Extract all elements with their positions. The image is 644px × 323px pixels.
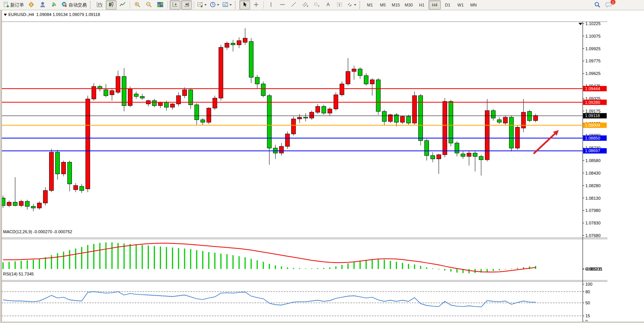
macd-histogram-bar	[220, 254, 222, 269]
timeframe-m5-button[interactable]: M5	[377, 0, 389, 10]
timeframe-d1-button[interactable]: D1	[442, 0, 454, 10]
timeframe-w1-button[interactable]: W1	[454, 0, 467, 10]
macd-histogram-bar	[263, 262, 264, 269]
chart-header: EURUSD-,H4 1.09084 1.09134 1.09079 1.091…	[4, 12, 100, 17]
candle-body	[267, 95, 271, 148]
toolbar-separator	[130, 1, 130, 9]
search-button[interactable]	[592, 0, 603, 10]
crosshair-icon	[253, 2, 259, 8]
candle-body	[243, 38, 247, 42]
macd-histogram-bar	[178, 248, 179, 269]
candle-body	[31, 206, 35, 208]
horizontal-line-button[interactable]	[277, 0, 288, 10]
svg-text:50: 50	[585, 301, 590, 305]
macd-histogram-bar	[154, 246, 155, 269]
trendline-button[interactable]	[289, 0, 299, 10]
candle-body	[334, 95, 338, 109]
timeframe-m30-button[interactable]: M30	[403, 0, 415, 10]
svg-text:1.08697: 1.08697	[585, 148, 600, 153]
fibonacci-button[interactable]: F	[311, 0, 322, 10]
macd-histogram-bar	[317, 268, 318, 269]
macd-histogram-bar	[135, 245, 137, 269]
macd-histogram-bar	[14, 261, 16, 269]
cursor-button[interactable]	[239, 0, 250, 10]
chart-ohlc-values: 1.09084 1.09134 1.09079 1.09118	[36, 12, 100, 17]
window-bottom-edge	[0, 321, 644, 323]
candle-body	[225, 43, 229, 47]
zoom-in-button[interactable]	[132, 0, 143, 10]
svg-text:1.09175: 1.09175	[585, 109, 601, 113]
auto-trading-button[interactable]: 自动交易	[60, 0, 88, 10]
signal-button[interactable]	[49, 0, 59, 10]
candle-body	[194, 105, 199, 119]
timeframe-m1-button[interactable]: M1	[364, 0, 376, 10]
macd-histogram-bar	[45, 257, 46, 269]
candle-body	[128, 89, 132, 106]
timeframe-h1-button[interactable]: H1	[416, 0, 428, 10]
macd-histogram-bar	[57, 253, 58, 269]
candle-body	[461, 154, 465, 157]
text-label-icon: T	[336, 2, 343, 8]
macd-histogram-bar	[378, 259, 379, 269]
shift-chart-button[interactable]	[170, 0, 180, 10]
vertical-line-button[interactable]	[266, 0, 276, 10]
search-icon	[594, 2, 601, 9]
candle-body	[309, 112, 314, 118]
text-label-button[interactable]: T	[334, 0, 345, 10]
tile-windows-button[interactable]	[155, 0, 166, 10]
svg-text:1.08580: 1.08580	[585, 158, 601, 163]
timeframe-h4-button[interactable]: H4	[429, 0, 441, 10]
template-button[interactable]	[221, 0, 233, 10]
crosshair-button[interactable]	[251, 0, 261, 10]
arrow-tools-button[interactable]	[346, 0, 357, 10]
styles-button[interactable]	[26, 0, 37, 10]
candle-body	[104, 90, 108, 95]
macd-histogram-bar	[438, 269, 439, 269]
svg-text:1.09004: 1.09004	[585, 123, 600, 127]
macd-histogram-bar	[275, 266, 276, 269]
template-icon	[222, 2, 228, 8]
timeframe-m15-button[interactable]: M15	[390, 0, 402, 10]
channel-icon: E	[302, 2, 309, 8]
svg-text:1.09775: 1.09775	[585, 59, 601, 63]
macd-histogram-bar	[160, 247, 161, 269]
bar-chart-button[interactable]	[94, 0, 105, 10]
profile-icon	[40, 2, 46, 8]
add-indicator-icon	[197, 2, 203, 8]
macd-histogram-bar	[269, 264, 270, 269]
macd-histogram-bar	[3, 263, 4, 269]
line-chart-button[interactable]	[117, 0, 128, 10]
text-button[interactable]: A	[323, 0, 333, 10]
candle-body	[304, 117, 308, 118]
macd-histogram-bar	[311, 269, 312, 269]
zoom-out-icon	[146, 2, 152, 8]
channel-button[interactable]: E	[300, 0, 311, 10]
vertical-line-icon	[268, 2, 274, 8]
toolbar-drag-handle[interactable]	[359, 1, 362, 9]
candle-body	[177, 95, 181, 104]
add-indicator-button[interactable]	[196, 0, 208, 10]
profile-button[interactable]	[37, 0, 48, 10]
candle-body	[255, 77, 259, 84]
candle-body	[358, 69, 362, 76]
candle-body	[62, 162, 66, 174]
toolbar-drag-handle[interactable]	[90, 1, 92, 9]
macd-histogram-bar	[487, 269, 488, 272]
candle-body	[528, 111, 532, 121]
new-order-button[interactable]: 新订单	[2, 0, 25, 10]
candle-body	[322, 107, 326, 113]
zoom-out-button[interactable]	[143, 0, 154, 10]
period-button[interactable]	[209, 0, 220, 10]
notifications-button[interactable]: 1	[603, 0, 614, 10]
candle-body	[152, 100, 156, 105]
chart-canvas[interactable]: 1.102251.100751.099251.097751.096251.094…	[0, 21, 644, 323]
macd-histogram-bar	[63, 251, 64, 269]
svg-text:1.09625: 1.09625	[585, 71, 601, 76]
auto-scroll-button[interactable]	[181, 0, 192, 10]
macd-histogram-bar	[202, 251, 203, 269]
notification-badge: 1	[610, 0, 616, 5]
timeframe-mn-button[interactable]: MN	[467, 0, 480, 10]
toolbar-drag-handle[interactable]	[235, 1, 238, 9]
candlestick-chart-button[interactable]	[106, 0, 116, 10]
macd-histogram-bar	[239, 256, 240, 269]
